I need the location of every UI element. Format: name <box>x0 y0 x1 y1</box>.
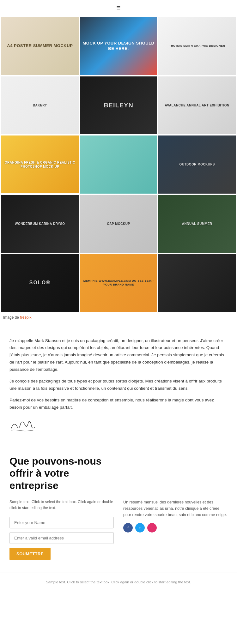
freepik-link[interactable]: freepik <box>20 315 31 320</box>
nav-bar: ≡ <box>0 0 237 16</box>
gallery-item[interactable]: Beileyn <box>80 76 157 135</box>
gallery-item-label: BAKERY <box>32 102 48 109</box>
gallery-item[interactable]: MOCK UP your design should be here. <box>80 17 157 75</box>
gallery-item-label: A4 POSTER SUMMER MOCKUP <box>6 42 74 50</box>
footer-text: Sample text. Click to select the text bo… <box>9 579 228 585</box>
gallery-item[interactable]: AVALANCHE ANNUAL ART EXHIBITION <box>158 76 236 135</box>
gallery-item-label: MEMPHIS www.example.com DO-YES-1234 · YO… <box>80 278 157 288</box>
social-icons: f t i <box>123 523 228 533</box>
gallery-item-label: CAP MOCKUP <box>106 220 131 227</box>
gallery-item[interactable]: BAKERY <box>1 76 79 134</box>
signature-svg <box>9 418 38 432</box>
gallery-item[interactable]: WONDERBUM Karina Dryso <box>1 195 79 253</box>
footer: Sample text. Click to select the text bo… <box>0 573 237 591</box>
gallery-item-label: SOLO® <box>28 278 52 287</box>
submit-button[interactable]: SOUMETTRE <box>9 548 51 560</box>
services-right-text: Un résumé mensuel des dernières nouvelle… <box>123 499 228 518</box>
gallery-item[interactable]: THOMAS SMITH graphic designer <box>158 17 236 75</box>
gallery-item[interactable]: MEMPHIS www.example.com DO-YES-1234 · YO… <box>80 254 157 312</box>
gallery-item[interactable]: ANNUAL SUMMER <box>158 195 236 253</box>
gallery-item-label: Beileyn <box>102 100 135 111</box>
about-section: Je m'appelle Mark Stanson et je suis un … <box>0 331 237 446</box>
gallery-item-label: THOMAS SMITH graphic designer <box>168 43 227 49</box>
gallery-item-label: AVALANCHE ANNUAL ART EXHIBITION <box>164 102 231 109</box>
services-left: Sample text. Click to select the text bo… <box>9 499 114 560</box>
image-credit: Image de freepik <box>0 313 237 322</box>
gallery-item[interactable] <box>80 135 157 194</box>
services-content: Sample text. Click to select the text bo… <box>9 499 228 560</box>
gallery-grid: A4 POSTER SUMMER MOCKUPMOCK UP your desi… <box>0 16 237 313</box>
gallery-item-label <box>117 163 120 166</box>
hamburger-icon[interactable]: ≡ <box>117 4 121 12</box>
gallery-item[interactable]: ORANGINA Fresh & Organic REALISTIC PHOTO… <box>1 135 79 193</box>
gallery-item-label: MOCK UP your design should be here. <box>80 39 157 53</box>
services-title: Que pouvons-nous offrir à votre entrepri… <box>9 455 117 491</box>
about-paragraph-3: Parlez-moi de vos besoins en matière de … <box>9 397 228 411</box>
signature <box>9 418 228 433</box>
gallery-item-label: ORANGINA Fresh & Organic REALISTIC PHOTO… <box>1 159 79 170</box>
gallery-item-label <box>196 282 198 284</box>
gallery-item[interactable]: SOLO® <box>1 254 79 312</box>
about-paragraph-2: Je conçois des packagings de tous types … <box>9 378 228 392</box>
gallery-item-label: WONDERBUM Karina Dryso <box>14 220 66 227</box>
services-section: Que pouvons-nous offrir à votre entrepri… <box>0 446 237 573</box>
name-input[interactable] <box>9 517 114 528</box>
facebook-icon[interactable]: f <box>123 523 133 533</box>
services-right: Un résumé mensuel des dernières nouvelle… <box>123 499 228 533</box>
gallery-section: A4 POSTER SUMMER MOCKUPMOCK UP your desi… <box>0 16 237 322</box>
gallery-item-label: OUTDOOR MOCKUPS <box>178 161 216 168</box>
twitter-icon[interactable]: t <box>135 523 145 533</box>
instagram-icon[interactable]: i <box>147 523 157 533</box>
gallery-item-label: ANNUAL SUMMER <box>181 220 214 227</box>
email-input[interactable] <box>9 532 114 544</box>
about-paragraph-1: Je m'appelle Mark Stanson et je suis un … <box>9 337 228 374</box>
gallery-item[interactable] <box>158 254 236 312</box>
gallery-item[interactable]: CAP MOCKUP <box>80 195 157 253</box>
gallery-item[interactable]: A4 POSTER SUMMER MOCKUP <box>1 17 79 75</box>
services-sample-text: Sample text. Click to select the text bo… <box>9 499 114 511</box>
gallery-item[interactable]: OUTDOOR MOCKUPS <box>158 135 236 194</box>
